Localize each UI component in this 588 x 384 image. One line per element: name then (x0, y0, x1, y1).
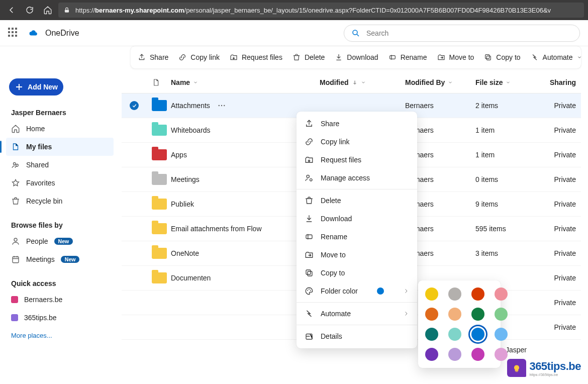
ctx-move-to[interactable]: Move to (297, 246, 417, 264)
plus-icon (15, 82, 24, 91)
color-swatch[interactable] (495, 348, 508, 361)
col-sharing[interactable]: Sharing (541, 78, 576, 86)
color-swatch[interactable] (495, 308, 508, 321)
toolbar-automate[interactable]: Automate (531, 53, 582, 61)
file-name: Apps (171, 151, 187, 159)
search-box[interactable] (344, 25, 580, 42)
browser-home-button[interactable] (40, 3, 55, 18)
sidebar-item-shared[interactable]: Shared (6, 156, 114, 174)
sidebar-item-home[interactable]: Home (6, 120, 114, 138)
back-button[interactable] (4, 3, 19, 18)
app-launcher-icon[interactable] (8, 28, 19, 39)
folder-icon (152, 223, 167, 234)
color-swatch[interactable] (471, 287, 484, 301)
url-text: https://bernaers-my.sharepoint.com/perso… (75, 7, 551, 14)
search-input[interactable] (365, 29, 572, 38)
color-swatch[interactable] (495, 328, 508, 341)
color-swatch[interactable] (471, 308, 484, 321)
ctx-copy-link[interactable]: Copy link (297, 133, 417, 151)
color-swatch[interactable] (448, 348, 461, 361)
ctx-label: Manage access (321, 174, 370, 182)
ctx-share[interactable]: Share (297, 115, 417, 133)
add-new-button[interactable]: Add New (9, 78, 63, 95)
toolbar-delete[interactable]: Delete (292, 53, 325, 61)
color-swatch[interactable] (425, 308, 438, 321)
reload-button[interactable] (22, 3, 37, 18)
ctx-label: Automate (321, 310, 351, 318)
toolbar-copy-link[interactable]: Copy link (178, 53, 220, 61)
quickaccess-header: Quick access (6, 275, 114, 291)
toolbar-label: Copy link (190, 53, 220, 61)
toolbar-copy-to[interactable]: Copy to (484, 53, 520, 61)
toolbar-label: Move to (449, 53, 474, 61)
sidebar-item-meetings[interactable]: MeetingsNew (6, 250, 114, 268)
sharing-status: Private (541, 249, 576, 257)
col-modified[interactable]: Modified (320, 78, 405, 86)
sidebar-item-favorites[interactable]: Favorites (6, 174, 114, 192)
sidebar-item-label: People (26, 237, 48, 245)
more-icon[interactable] (217, 101, 226, 110)
sidebar-item-my-files[interactable]: My files (6, 138, 114, 156)
color-swatch[interactable] (425, 328, 438, 341)
ctx-delete[interactable]: Delete (297, 191, 417, 210)
ctx-details[interactable]: Details (297, 327, 417, 345)
ctx-copy-to[interactable]: Copy to (297, 264, 417, 282)
user-name: Jasper Bernaers (6, 105, 114, 120)
col-modifiedby[interactable]: Modified By (405, 78, 475, 86)
checkmark-icon[interactable] (130, 101, 139, 110)
automate-icon (531, 53, 539, 61)
ctx-label: Copy to (321, 269, 345, 277)
file-size: 3 items (475, 249, 541, 257)
shared-icon (11, 160, 20, 169)
ctx-manage-access[interactable]: Manage access (297, 169, 417, 187)
color-swatch[interactable] (495, 287, 508, 301)
toolbar-rename[interactable]: Rename (388, 53, 427, 61)
color-swatch[interactable] (448, 287, 461, 301)
copyto-icon (484, 53, 492, 61)
sidebar-item-label: Home (26, 125, 45, 133)
sharing-status: Private (541, 151, 576, 159)
url-bar[interactable]: https://bernaers-my.sharepoint.com/perso… (58, 3, 584, 18)
color-swatch[interactable] (425, 287, 438, 301)
toolbar-label: Copy to (496, 53, 520, 61)
chevron-down-icon (577, 54, 582, 60)
color-swatch[interactable] (425, 348, 438, 361)
sidebar-item-recycle-bin[interactable]: Recycle bin (6, 192, 114, 210)
sidebar-item-label: Recycle bin (26, 197, 62, 205)
col-name[interactable]: Name (171, 78, 320, 86)
sidebar-item-people[interactable]: PeopleNew (6, 232, 114, 250)
folder-icon (152, 125, 167, 136)
color-swatch[interactable] (448, 308, 461, 321)
delete-icon (292, 53, 301, 61)
sharing-status: Private (541, 225, 576, 233)
color-swatch[interactable] (471, 348, 484, 361)
ctx-automate[interactable]: Automate (297, 305, 417, 323)
link-icon (178, 53, 186, 61)
sidebar: Add New Jasper Bernaers HomeMy filesShar… (0, 71, 122, 384)
ctx-rename[interactable]: Rename (297, 228, 417, 246)
more-places-link[interactable]: More places... (6, 327, 114, 344)
color-swatch[interactable] (448, 328, 461, 341)
toolbar-label: Delete (305, 53, 325, 61)
chevron-down-icon (506, 79, 511, 85)
browse-header: Browse files by (6, 217, 114, 232)
ctx-label: Share (321, 120, 339, 128)
ctx-request-files[interactable]: Request files (297, 151, 417, 169)
ctx-folder-color[interactable]: Folder color (297, 282, 417, 300)
color-swatch[interactable] (471, 328, 484, 341)
toolbar-move-to[interactable]: Move to (437, 53, 474, 61)
quickaccess-365tips-be[interactable]: 365tips.be (6, 309, 114, 327)
ctx-label: Copy link (321, 138, 350, 146)
ctx-download[interactable]: Download (297, 210, 417, 228)
col-filesize[interactable]: File size (475, 78, 541, 86)
manage-access-icon (305, 173, 314, 182)
toolbar-request-files[interactable]: Request files (230, 53, 282, 61)
toolbar-share[interactable]: Share (138, 53, 168, 61)
quickaccess-bernaers-be[interactable]: Bernaers.be (6, 291, 114, 309)
new-badge: New (54, 238, 73, 245)
chevron-down-icon (193, 79, 198, 85)
sidebar-item-label: Shared (26, 161, 49, 169)
toolbar-download[interactable]: Download (335, 53, 378, 61)
chevron-down-icon (448, 79, 453, 85)
folder-color-picker (418, 280, 501, 368)
